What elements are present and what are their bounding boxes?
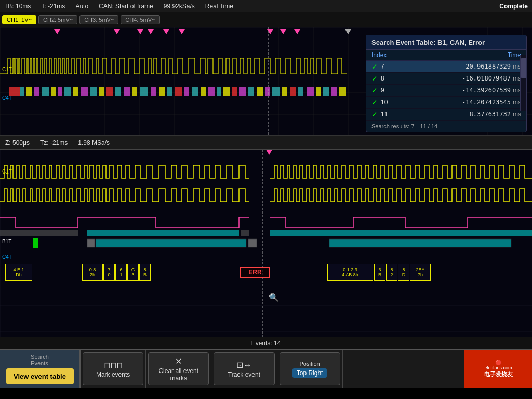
svg-rect-4: [26, 87, 32, 96]
event-time: -14.392607539: [402, 87, 511, 94]
mark-events-label: Mark events: [96, 371, 130, 378]
event-table-rows: ✓ 7 -20.961887329 ms ✓ 8 -16.018079487 m…: [366, 61, 526, 121]
scrollbar-thumb[interactable]: [521, 58, 526, 78]
svg-rect-24: [192, 87, 198, 96]
view-event-table-button[interactable]: View event table: [6, 368, 74, 384]
decode-box-8b: 8B: [139, 264, 151, 281]
svg-rect-9: [64, 87, 71, 96]
svg-rect-26: [208, 87, 215, 96]
position-button[interactable]: Position Top Right: [280, 352, 340, 385]
event-check-icon: ✓: [371, 86, 378, 95]
col-time-header: Time: [413, 51, 521, 59]
svg-rect-15: [115, 87, 121, 96]
logo-area: 🔴 elecfans.com 电子发烧友: [464, 350, 532, 388]
event-row[interactable]: ✓ 9 -14.392607539 ms: [366, 85, 526, 97]
event-time: -20.961887329: [402, 63, 511, 70]
can-label: CAN: Start of frame: [99, 3, 153, 10]
svg-rect-2: [9, 87, 20, 96]
svg-rect-14: [106, 87, 113, 96]
detail-section: C1T B1T C4T 🔍 4 E 1Dh 0 82h 70 61 C3 8B: [0, 150, 532, 349]
mark-events-icon: ⊓⊓⊓: [104, 360, 123, 370]
event-row[interactable]: ✓ 10 -14.207423545 ms: [366, 97, 526, 109]
logo-text3: 电子发烧友: [484, 370, 513, 378]
decode-box-6: 61: [115, 264, 127, 281]
svg-marker-52: [345, 29, 351, 34]
position-value: Top Right: [292, 368, 327, 378]
svg-text:C4T: C4T: [2, 254, 12, 260]
svg-rect-30: [239, 87, 246, 96]
search-events-section: SearchEvents View event table: [0, 350, 81, 388]
svg-text:C1T: C1T: [2, 169, 12, 175]
ch1-button[interactable]: CH1: 1V~: [2, 15, 36, 24]
sample-rate: 99.92kSa/s: [164, 3, 195, 10]
svg-rect-38: [307, 87, 314, 96]
svg-rect-31: [248, 87, 254, 96]
svg-marker-50: [280, 29, 286, 34]
svg-rect-28: [223, 87, 230, 96]
svg-text:B1T: B1T: [2, 238, 11, 244]
svg-rect-5: [34, 87, 39, 96]
err-box: ERR: [240, 267, 270, 278]
tz-value: Tz: -21ms: [40, 139, 68, 147]
ch2-button[interactable]: CH2: 5mV~: [38, 15, 77, 24]
mark-events-group: ⊓⊓⊓ Mark events: [81, 350, 146, 388]
clear-all-event-marks-button[interactable]: ✕ Clear all event marks: [148, 352, 209, 385]
svg-rect-68: [33, 238, 38, 248]
status-bar: TB: 10ms T: -21ms Auto CAN: Start of fra…: [0, 0, 532, 12]
svg-rect-7: [51, 87, 56, 96]
track-event-button[interactable]: ⊡↔ Track event: [214, 352, 274, 385]
svg-rect-27: [217, 87, 221, 96]
results-label: Search results:: [371, 123, 409, 129]
event-table-scrollbar[interactable]: [520, 55, 526, 111]
detail-waveform: C1T B1T C4T 🔍: [0, 150, 532, 349]
complete-status: Complete: [499, 3, 528, 10]
event-row[interactable]: ✓ 11 8.377631732 ms: [366, 109, 526, 121]
event-row[interactable]: ✓ 7 -20.961887329 ms: [366, 61, 526, 73]
search-events-label: SearchEvents: [31, 354, 49, 366]
event-table-columns: Index Time: [366, 50, 526, 61]
svg-rect-56: [0, 150, 532, 349]
ch4-button[interactable]: CH4: 5mV~: [121, 15, 159, 24]
svg-rect-18: [140, 87, 148, 96]
svg-rect-35: [282, 87, 287, 96]
svg-rect-71: [248, 239, 257, 247]
event-index: 9: [381, 87, 402, 94]
mark-events-button[interactable]: ⊓⊓⊓ Mark events: [83, 352, 143, 385]
scope-area: C1T C4T Z: 500μs Tz: -21ms 1.98 MSa/s: [0, 27, 532, 349]
z-value: Z: 500μs: [5, 139, 30, 147]
svg-rect-34: [272, 87, 280, 96]
col-index-header: Index: [371, 51, 413, 59]
svg-rect-40: [323, 87, 329, 96]
svg-rect-17: [132, 87, 137, 96]
svg-rect-21: [167, 87, 172, 96]
svg-text:C1T: C1T: [2, 66, 12, 72]
svg-rect-59: [0, 230, 78, 236]
event-index: 11: [381, 111, 402, 118]
svg-rect-70: [96, 239, 246, 247]
decode-box-c: C3: [127, 264, 139, 281]
event-row[interactable]: ✓ 8 -16.018079487 ms: [366, 73, 526, 85]
event-search-results: Search results: 7—11 / 14: [366, 121, 526, 132]
svg-rect-57: [0, 150, 532, 349]
track-icon: ⊡↔: [236, 360, 251, 370]
svg-rect-29: [232, 87, 237, 96]
svg-rect-69: [87, 239, 95, 247]
svg-rect-58: [87, 230, 239, 236]
event-check-icon: ✓: [371, 74, 378, 83]
decode-box-08: 0 82h: [82, 264, 103, 281]
svg-rect-23: [184, 87, 189, 96]
svg-rect-19: [151, 87, 156, 96]
decode-box-82: 82: [386, 264, 397, 281]
event-index: 10: [381, 99, 402, 106]
svg-rect-37: [298, 87, 303, 96]
bottom-toolbar: SearchEvents View event table ⊓⊓⊓ Mark e…: [0, 349, 532, 388]
position-label: Position: [300, 361, 320, 367]
ch3-button[interactable]: CH3: 5mV~: [79, 15, 118, 24]
decode-box-0123: 0 1 2 34 AB 8h: [327, 264, 373, 281]
svg-marker-66: [266, 150, 272, 155]
event-check-icon: ✓: [371, 62, 378, 71]
position-group: Position Top Right: [277, 350, 343, 388]
svg-rect-72: [329, 239, 511, 247]
event-index: 8: [381, 75, 402, 82]
event-table: Search Event Table: B1, CAN, Error Index…: [366, 35, 527, 132]
